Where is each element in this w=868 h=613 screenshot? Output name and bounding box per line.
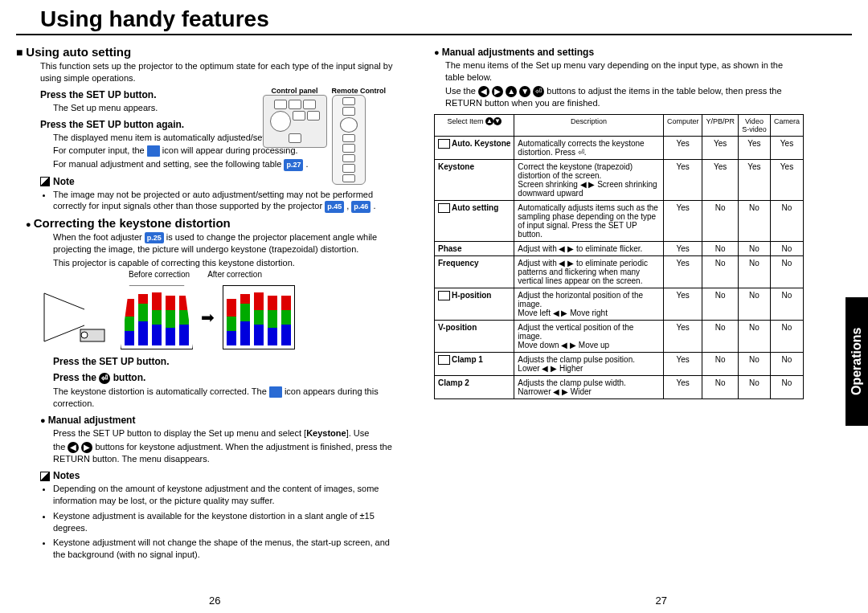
row-value: Yes <box>663 136 702 159</box>
row-desc: Automatically adjusts items such as the … <box>514 200 664 241</box>
text: . <box>373 201 375 210</box>
th-ypbpr: Y/PB/PR <box>702 114 739 136</box>
row-desc: Adjust with ◀ ▶ to eliminate flicker. <box>514 241 664 255</box>
row-value: No <box>702 255 739 288</box>
row-value: No <box>738 320 770 352</box>
row-name: Auto. Keystone <box>435 136 514 159</box>
row-value: No <box>770 255 803 288</box>
row-value: No <box>702 320 739 352</box>
notes-item: Keystone adjustment is available for the… <box>53 510 402 534</box>
text: ]. Use <box>346 428 370 438</box>
row-value: Yes <box>738 136 770 159</box>
device-illustration: Control panel Remote Control <box>263 87 387 185</box>
row-value: Yes <box>663 288 702 320</box>
row-value: Yes <box>770 136 803 159</box>
row-value: Yes <box>663 241 702 255</box>
right-page: Manual adjustments and settings The menu… <box>434 42 804 564</box>
right-icon: ▶ <box>492 86 503 97</box>
after-label: After correction <box>207 270 262 279</box>
row-name: V-position <box>435 320 514 352</box>
enter-icon: ⏎ <box>533 86 544 97</box>
row-name: Clamp 1 <box>435 352 514 375</box>
control-panel-label: Control panel <box>263 87 327 95</box>
table-row: PhaseAdjust with ◀ ▶ to eliminate flicke… <box>435 241 804 255</box>
row-name: H-position <box>435 288 514 320</box>
text: buttons for keystone adjustment. When th… <box>53 442 392 464</box>
page-title: Using handy features <box>16 0 852 35</box>
left-icon: ◀ <box>68 442 79 453</box>
row-value: No <box>702 352 739 375</box>
row-icon <box>438 291 450 300</box>
table-row: Clamp 2Adjusts the clamp pulse width. Na… <box>435 375 804 398</box>
correction-icon <box>269 386 282 398</box>
row-value: No <box>770 375 803 398</box>
row-value: Yes <box>663 375 702 398</box>
text: The keystone distortion is automatically… <box>53 386 269 396</box>
row-value: Yes <box>663 320 702 352</box>
row-value: Yes <box>702 159 739 200</box>
right-icon: ▶ <box>81 442 92 453</box>
table-row: V-positionAdjust the vertical position o… <box>435 320 804 352</box>
control-panel-graphic <box>263 95 327 148</box>
k-step2-t: The keystone distortion is automatically… <box>16 386 402 410</box>
enter-icon: ⏎ <box>99 373 110 384</box>
row-value: No <box>738 255 770 288</box>
manual-adj-h: Manual adjustment <box>16 415 402 426</box>
note-list: The image may not be projected or auto a… <box>16 189 402 213</box>
row-name: Keystone <box>435 159 514 200</box>
text: the <box>53 442 68 452</box>
before-label: Before correction <box>129 270 190 279</box>
keystone-figure: ➡ <box>40 285 402 349</box>
text: Press the <box>53 372 99 383</box>
side-tab-operations: Operations <box>845 297 868 426</box>
text: Press the SET UP button to display the S… <box>53 428 306 438</box>
th-computer: Computer <box>663 114 702 136</box>
text-bold: Keystone <box>306 428 346 438</box>
row-value: No <box>770 320 803 352</box>
row-desc: Adjust with ◀ ▶ to eliminate periodic pa… <box>514 255 664 288</box>
up-icon: ▲ <box>506 86 517 97</box>
heading-auto-setting: Using auto setting <box>16 45 402 59</box>
row-desc: Automatically corrects the keystone dist… <box>514 136 664 159</box>
table-row: FrequencyAdjust with ◀ ▶ to eliminate pe… <box>435 255 804 288</box>
text: Use the <box>445 86 478 96</box>
row-value: Yes <box>702 136 739 159</box>
row-name: Clamp 2 <box>435 375 514 398</box>
right-p1: The menu items of the Set up menu vary d… <box>434 59 804 84</box>
row-value: Yes <box>770 159 803 200</box>
remote-control-label: Remote Control <box>332 87 387 95</box>
row-value: No <box>738 288 770 320</box>
k-step1: Press the SET UP button. <box>16 356 402 367</box>
row-value: No <box>702 200 739 241</box>
table-header-row: Select Item ▲▼ Description Computer Y/PB… <box>435 114 804 136</box>
svg-point-1 <box>81 332 88 338</box>
notes-item: Depending on the amount of keystone adju… <box>53 483 402 507</box>
row-value: No <box>702 375 739 398</box>
row-desc: Adjust the vertical position of the imag… <box>514 320 664 352</box>
right-p2: Use the ◀ ▶ ▲ ▼ ⏎ buttons to adjust the … <box>434 85 804 109</box>
page-ref-45: p.45 <box>325 201 344 212</box>
row-name: Frequency <box>435 255 514 288</box>
down-icon: ▼ <box>519 86 530 97</box>
row-value: No <box>770 200 803 241</box>
processing-icon <box>147 145 160 157</box>
th-camera: Camera <box>770 114 803 136</box>
projector-icon <box>40 289 113 345</box>
table-row: Clamp 1Adjusts the clamp pulse position.… <box>435 352 804 375</box>
row-icon <box>438 139 450 149</box>
page-number-left: 26 <box>209 595 220 607</box>
row-value: Yes <box>663 159 702 200</box>
row-icon <box>438 355 450 365</box>
text: For manual adjustment and setting, see t… <box>53 159 284 169</box>
page-number-right: 27 <box>656 595 667 607</box>
row-value: No <box>770 241 803 255</box>
left-icon: ◀ <box>478 86 489 97</box>
text: When the foot adjuster <box>53 232 145 242</box>
row-value: No <box>702 288 739 320</box>
notes-item: Keystone adjustment will not change the … <box>53 537 402 561</box>
remote-control-graphic <box>332 95 366 185</box>
notes-list: Depending on the amount of keystone adju… <box>16 483 402 561</box>
table-row: Auto. KeystoneAutomatically corrects the… <box>435 136 804 159</box>
row-value: No <box>702 241 739 255</box>
settings-table: Select Item ▲▼ Description Computer Y/PB… <box>434 114 804 399</box>
